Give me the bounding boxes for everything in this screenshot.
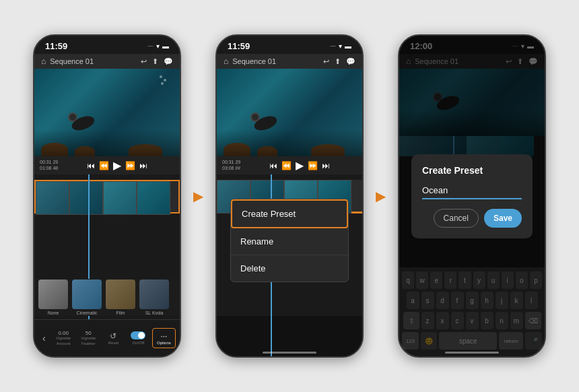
frame-back-btn-1[interactable]: ⏪: [99, 161, 109, 170]
filter-label-slkoda: SL Koda: [145, 311, 164, 315]
arrow-2: ▶: [376, 188, 386, 204]
share-icon-2[interactable]: ⬆: [335, 57, 341, 66]
thumb-4: [137, 181, 170, 215]
menu-delete[interactable]: Delete: [231, 255, 348, 282]
top-bar-icons-2: ↩ ⬆ 💬: [323, 57, 355, 66]
battery-icon-1: ▬: [162, 42, 169, 50]
bottom-controls-1: ‹ 0.00 VignetteAmount 50 VignetteFeather…: [34, 319, 180, 356]
options-btn[interactable]: ··· Options: [152, 328, 176, 348]
undo-icon-1[interactable]: ↩: [141, 57, 147, 66]
share-icon-1[interactable]: ⬆: [152, 57, 158, 66]
filter-slkoda[interactable]: SL Koda: [139, 280, 169, 315]
top-bar-1: ⌂ Sequence 01 ↩ ⬆ 💬: [34, 54, 180, 69]
filter-thumb-cinematic: [72, 280, 102, 309]
filter-thumb-none: [38, 280, 68, 309]
filter-thumb-film: [106, 280, 135, 309]
frame-fwd-btn-1[interactable]: ⏩: [125, 161, 135, 170]
status-icons-2: ···· ▾ ▬: [330, 42, 351, 50]
preset-name-input[interactable]: [422, 183, 522, 199]
thumb-3: [103, 181, 137, 215]
timecode-1: 00:31 2901:08 48: [40, 160, 60, 171]
create-preset-modal: Create Preset Cancel Save: [411, 154, 533, 238]
vignette-feather-btn[interactable]: 50 VignetteFeather: [77, 327, 100, 348]
video-preview-1: [34, 69, 180, 156]
save-button[interactable]: Save: [484, 209, 522, 228]
vignette-amount-value: 0.00: [58, 330, 69, 336]
skip-back-btn-1[interactable]: ⏮: [87, 161, 95, 170]
frame-fwd-btn-2[interactable]: ⏩: [308, 161, 318, 170]
wifi-icon-2: ▾: [339, 42, 342, 50]
sequence-title-1: Sequence 01: [50, 57, 137, 65]
home-indicator-3: [445, 352, 499, 354]
thumb-2: [69, 181, 103, 215]
options-icon: ···: [160, 331, 167, 341]
top-bar-2: ⌂ Sequence 01 ↩ ⬆ 💬: [217, 54, 362, 69]
wifi-icon-1: ▾: [156, 42, 160, 50]
scene-container: 11:59 ···· ▾ ▬ ⌂ Sequence 01 ↩ ⬆ 💬: [20, 21, 559, 371]
skip-back-btn-2[interactable]: ⏮: [269, 161, 277, 170]
vignette-amount-label: VignetteAmount: [56, 336, 71, 346]
video-overlay-1: [34, 129, 180, 156]
playback-controls-1: ⏮ ⏪ ▶ ⏩ ⏭: [60, 159, 174, 172]
status-bar-2: 11:59 ···· ▾ ▬: [217, 36, 362, 54]
bubble-3: [161, 82, 164, 85]
phone-2: 11:59 ···· ▾ ▬ ⌂ Sequence 01 ↩ ⬆ 💬: [215, 34, 364, 358]
onoff-btn[interactable]: On/Off: [127, 329, 149, 348]
prev-icon-1: ‹: [42, 333, 46, 344]
filter-label-cinematic: Cinematic: [76, 311, 97, 315]
context-menu: Create Preset Rename Delete: [230, 199, 349, 282]
status-time-2: 11:59: [228, 41, 250, 51]
filter-thumb-slkoda: [139, 280, 169, 309]
battery-icon-2: ▬: [345, 42, 351, 50]
options-label: Options: [157, 341, 171, 345]
reset-label: Reset: [108, 341, 118, 345]
onoff-label: On/Off: [133, 341, 145, 345]
vignette-feather-label: VignetteFeather: [81, 336, 96, 346]
home-icon-1: ⌂: [41, 57, 46, 66]
filter-film[interactable]: Film: [106, 280, 135, 315]
cancel-button[interactable]: Cancel: [434, 209, 479, 228]
phone-3: 12:00 ···· ▾ ▬ ⌂ Sequence 01 ↩ ⬆ 💬: [398, 34, 546, 358]
filter-none[interactable]: None: [38, 280, 68, 315]
filter-strip-1: None Cinematic Film SL Koda: [34, 279, 180, 316]
frame-back-btn-2[interactable]: ⏪: [281, 161, 292, 170]
black-area: [217, 316, 362, 356]
play-btn-2[interactable]: ▶: [296, 159, 304, 172]
vignette-feather-value: 50: [86, 330, 92, 336]
play-btn-1[interactable]: ▶: [113, 159, 121, 172]
filter-label-none: None: [48, 311, 59, 315]
chat-icon-2[interactable]: 💬: [346, 57, 355, 66]
menu-create-preset[interactable]: Create Preset: [231, 199, 348, 228]
undo-icon-2[interactable]: ↩: [323, 57, 329, 66]
status-time-1: 11:59: [45, 41, 67, 51]
timecode-2: 00:31 2903:06 ##: [222, 160, 242, 171]
controls-bar-1: 00:31 2901:08 48 ⏮ ⏪ ▶ ⏩ ⏭: [34, 156, 180, 174]
video-overlay-2: [217, 129, 362, 156]
status-bar-1: 11:59 ···· ▾ ▬: [34, 36, 180, 54]
filter-label-film: Film: [116, 311, 125, 315]
chat-icon-1[interactable]: 💬: [164, 57, 173, 66]
phone-1: 11:59 ···· ▾ ▬ ⌂ Sequence 01 ↩ ⬆ 💬: [33, 34, 181, 358]
top-bar-icons-1: ↩ ⬆ 💬: [141, 57, 173, 66]
filter-cinematic[interactable]: Cinematic: [72, 280, 102, 315]
status-icons-1: ···· ▾ ▬: [147, 42, 169, 50]
arrow-1: ▶: [193, 188, 203, 204]
controls-bar-2: 00:31 2903:06 ## ⏮ ⏪ ▶ ⏩ ⏭: [217, 156, 362, 174]
modal-overlay: Create Preset Cancel Save: [399, 36, 545, 356]
sequence-title-2: Sequence 01: [232, 57, 319, 65]
reset-btn[interactable]: ↺ Reset: [102, 329, 125, 348]
home-icon-2: ⌂: [224, 57, 228, 66]
playback-controls-2: ⏮ ⏪ ▶ ⏩ ⏭: [242, 159, 357, 172]
skip-fwd-btn-2[interactable]: ⏭: [322, 161, 330, 170]
menu-rename[interactable]: Rename: [231, 228, 348, 255]
signal-icon-2: ····: [330, 43, 336, 49]
skip-fwd-btn-1[interactable]: ⏭: [139, 161, 147, 170]
prev-btn-1[interactable]: ‹: [38, 330, 50, 346]
bubble-1: [160, 75, 162, 78]
modal-title: Create Preset: [422, 165, 522, 176]
vignette-amount-btn[interactable]: 0.00 VignetteAmount: [53, 327, 75, 348]
thumb-1: [36, 181, 69, 215]
video-preview-2: [217, 69, 362, 156]
bubble-2: [164, 79, 166, 81]
home-indicator-2: [263, 352, 316, 354]
